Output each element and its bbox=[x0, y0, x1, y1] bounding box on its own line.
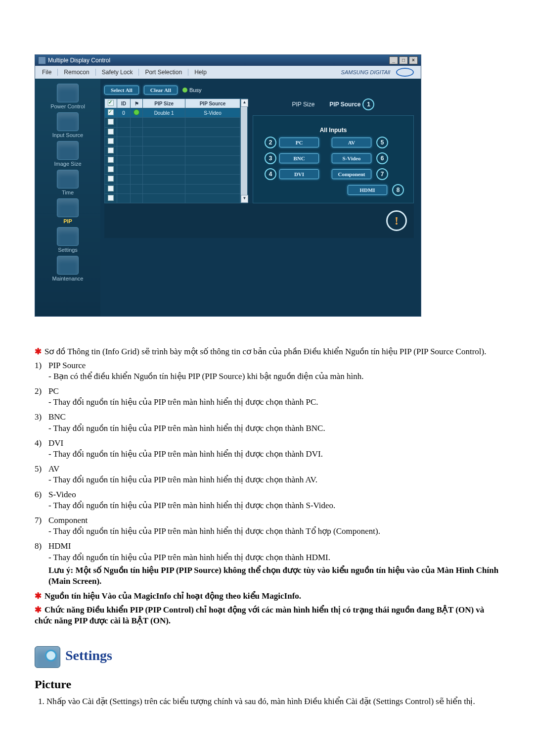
table-row[interactable] bbox=[105, 127, 240, 137]
tab-pipsize[interactable]: PIP Size bbox=[292, 101, 315, 108]
maintenance-icon bbox=[57, 256, 79, 275]
callout-badge: 8 bbox=[392, 184, 404, 196]
sidebar-item-settings[interactable]: Settings bbox=[57, 227, 79, 253]
app-icon bbox=[38, 56, 46, 64]
callout-badge: 4 bbox=[265, 168, 276, 180]
callout-badge: 2 bbox=[265, 137, 276, 148]
power-icon bbox=[57, 84, 79, 102]
sidebar-item-input[interactable]: Input Source bbox=[52, 112, 83, 138]
row-checkbox[interactable] bbox=[108, 109, 114, 115]
busy-indicator: Busy bbox=[182, 87, 201, 93]
sidebar-item-label: Power Control bbox=[50, 103, 85, 109]
sidebar-item-label: Image Size bbox=[54, 161, 81, 167]
sidebar-item-pip[interactable]: PIP bbox=[57, 198, 79, 224]
sidebar-item-power[interactable]: Power Control bbox=[50, 84, 85, 109]
list-item: S-Video- Thay đổi nguồn tín hiệu của PIP… bbox=[35, 489, 499, 511]
numbered-list: PIP Source- Bạn có thể điều khiển Nguồn … bbox=[35, 360, 499, 587]
settings-icon bbox=[57, 227, 79, 246]
select-all-button[interactable]: Select All bbox=[104, 86, 139, 94]
sidebar-item-label: Time bbox=[62, 189, 74, 195]
clear-all-button[interactable]: Clear All bbox=[144, 86, 178, 94]
sidebar-item-label: PIP bbox=[63, 218, 72, 224]
star-icon: ✱ bbox=[35, 591, 42, 601]
component-button[interactable]: Component bbox=[332, 169, 371, 179]
header-checkbox[interactable] bbox=[108, 100, 114, 106]
table-row[interactable] bbox=[105, 193, 240, 203]
table-row[interactable] bbox=[105, 156, 240, 165]
close-button[interactable]: × bbox=[409, 56, 418, 64]
table-row[interactable] bbox=[105, 146, 240, 155]
sidebar: Power Control Input Source Image Size Ti… bbox=[35, 79, 100, 316]
table-row[interactable] bbox=[105, 184, 240, 193]
table-row[interactable] bbox=[105, 165, 240, 175]
menu-file[interactable]: File bbox=[38, 68, 55, 77]
warning-icon: ! bbox=[386, 210, 407, 231]
info-grid: ID ⚑ PIP Size PIP Source 0 Double 1 bbox=[104, 98, 240, 203]
menu-safetylock[interactable]: Safety Lock bbox=[98, 68, 137, 77]
pc-button[interactable]: PC bbox=[279, 138, 319, 147]
menu-portselection[interactable]: Port Selection bbox=[141, 68, 186, 77]
list-item: BNC- Thay đổi nguồn tín hiệu của PIP trê… bbox=[35, 412, 499, 433]
status-dot-icon bbox=[134, 109, 139, 115]
tab-pipsource[interactable]: PIP Source bbox=[329, 101, 360, 108]
svideo-button[interactable]: S-Video bbox=[332, 153, 371, 163]
av-button[interactable]: AV bbox=[332, 138, 371, 147]
list-item: DVI- Thay đổi nguồn tín hiệu của PIP trê… bbox=[35, 438, 499, 460]
col-pipsize: PIP Size bbox=[143, 99, 185, 108]
menu-remocon[interactable]: Remocon bbox=[60, 68, 93, 77]
brand-logo: SAMSUNG DIGITAll bbox=[333, 67, 418, 78]
sidebar-item-label: Settings bbox=[58, 247, 78, 253]
settings-section-icon bbox=[35, 646, 60, 668]
minimize-button[interactable]: _ bbox=[389, 56, 398, 64]
list-item: PC- Thay đổi nguồn tín hiệu của PIP trên… bbox=[35, 386, 499, 408]
maximize-button[interactable]: □ bbox=[399, 56, 408, 64]
row-checkbox[interactable] bbox=[108, 166, 114, 172]
col-status-icon: ⚑ bbox=[131, 99, 143, 108]
sidebar-item-label: Input Source bbox=[52, 132, 83, 138]
star-icon: ✱ bbox=[35, 347, 42, 356]
table-row[interactable] bbox=[105, 137, 240, 146]
row-checkbox[interactable] bbox=[108, 157, 114, 163]
note-pipcontrol: Chức năng Điều khiển PIP (PIP Control) c… bbox=[35, 605, 484, 625]
col-id: ID bbox=[117, 99, 131, 108]
menu-help[interactable]: Help bbox=[190, 68, 211, 77]
scroll-up-icon[interactable]: ▲ bbox=[241, 99, 248, 107]
table-row[interactable]: 0 Double 1 S-Video bbox=[105, 108, 240, 118]
scroll-down-icon[interactable]: ▼ bbox=[241, 195, 248, 203]
row-checkbox[interactable] bbox=[108, 147, 114, 153]
cell-pipsize: Double 1 bbox=[143, 108, 185, 118]
row-checkbox[interactable] bbox=[108, 138, 114, 144]
row-checkbox[interactable] bbox=[108, 119, 114, 125]
list-item: Nhấp vào Cài đặt (Settings) trên các biể… bbox=[46, 696, 499, 707]
col-pipsource: PIP Source bbox=[185, 99, 240, 108]
list-item: Component- Thay đổi nguồn tín hiệu của P… bbox=[35, 515, 499, 537]
picture-heading: Picture bbox=[35, 677, 499, 692]
all-inputs-label: All Inputs bbox=[255, 127, 411, 134]
window-title: Multiple Display Control bbox=[48, 57, 110, 64]
intro-text: Sơ đồ Thông tin (Info Grid) sẽ trình bày… bbox=[44, 347, 486, 356]
grid-scrollbar[interactable]: ▲▼ bbox=[240, 98, 248, 203]
row-checkbox[interactable] bbox=[108, 195, 114, 201]
sidebar-item-maintenance[interactable]: Maintenance bbox=[52, 256, 84, 282]
cell-pipsource: S-Video bbox=[185, 108, 240, 118]
input-icon bbox=[57, 112, 79, 131]
settings-heading: Settings bbox=[35, 646, 499, 668]
time-icon bbox=[57, 170, 79, 189]
sidebar-item-label: Maintenance bbox=[52, 276, 84, 282]
imagesize-icon bbox=[57, 141, 79, 160]
row-checkbox[interactable] bbox=[108, 129, 114, 135]
app-window: Multiple Display Control _ □ × File Remo… bbox=[35, 54, 421, 317]
table-row[interactable] bbox=[105, 118, 240, 127]
menubar: File Remocon Safety Lock Port Selection … bbox=[35, 66, 421, 79]
row-checkbox[interactable] bbox=[108, 186, 114, 191]
bnc-button[interactable]: BNC bbox=[279, 153, 319, 163]
sidebar-item-time[interactable]: Time bbox=[57, 170, 79, 195]
table-row[interactable] bbox=[105, 175, 240, 184]
hdmi-button[interactable]: HDMI bbox=[348, 185, 387, 195]
picture-steps: Nhấp vào Cài đặt (Settings) trên các biể… bbox=[35, 696, 499, 707]
dvi-button[interactable]: DVI bbox=[279, 169, 319, 179]
callout-badge: 3 bbox=[265, 152, 276, 164]
row-checkbox[interactable] bbox=[108, 176, 114, 182]
list-item: HDMI- Thay đổi nguồn tín hiệu của PIP tr… bbox=[35, 541, 499, 586]
sidebar-item-imagesize[interactable]: Image Size bbox=[54, 141, 81, 167]
